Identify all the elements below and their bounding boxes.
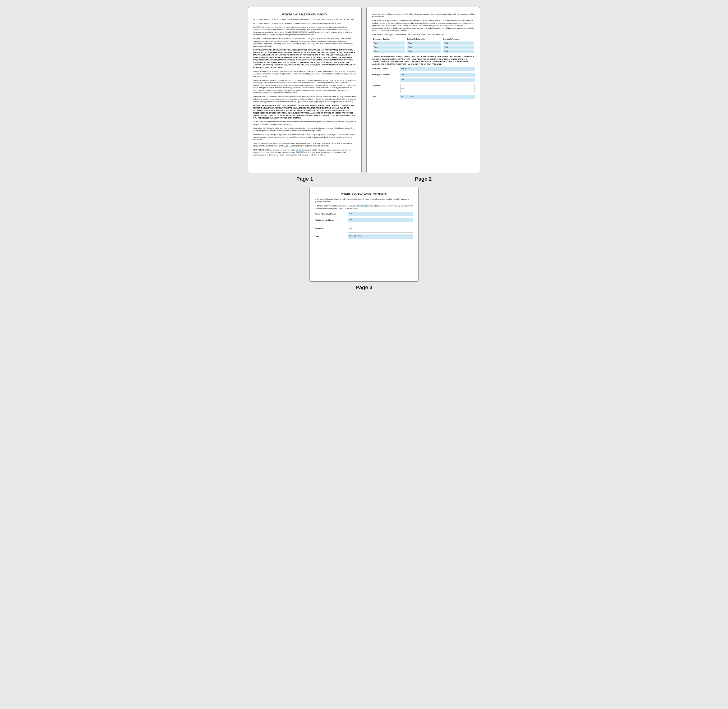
page1-title: WAIVER AND RELEASE OF LIABILITY [253, 13, 356, 16]
page3-wrapper: PARENT / GUARDIAN WAIVER FOR MINORS In t… [310, 187, 418, 290]
emergency-cell[interactable]: Text [406, 45, 442, 49]
page1-paragraph: I AM VOLUNTARILY PARTICIPATING IN THE AF… [253, 49, 356, 69]
page3-intro: In the event that the participant is und… [315, 198, 413, 203]
guardian-name-highlight: Full name [359, 204, 370, 207]
page2-emergency-header: In the event of an emergency, please con… [372, 34, 475, 36]
signature-icon: ✏ [402, 87, 404, 90]
signature-row: Signature: ✏ [372, 84, 475, 93]
emergency-cell[interactable]: Text [442, 49, 475, 53]
relationship-field[interactable]: Text [348, 218, 413, 222]
date-field[interactable]: MM / DD / YYYY [400, 95, 475, 99]
page1-paragraph: I FURTHER ACKNOWLEDGE that Releasees are… [253, 79, 356, 94]
signature-draw-area[interactable]: ✏ [400, 84, 475, 93]
participant-address-row: Participant's Address: Text Text [372, 73, 475, 82]
emergency-table: Emergency Contact Contact Relationship C… [372, 37, 475, 53]
page1-paragraph: In the event that any damage to equipmen… [253, 133, 356, 141]
page3-title: PARENT / GUARDIAN WAIVER FOR MINORS [315, 193, 413, 195]
page1-body: IN CONSIDERATION OF the risk of injury t… [253, 18, 356, 156]
signature-box[interactable]: ✏ [400, 84, 475, 93]
page1-paragraph: I HEREBY, for myself, my heirs, executor… [253, 26, 356, 36]
relationship-label: Relationship to Minor: [315, 219, 348, 221]
affirm-text: I, THE UNDERSIGNED PARTICIPANT, AFFIRM T… [372, 55, 475, 66]
guardian-sig-icon: ✏ [349, 226, 352, 230]
participant-name-row: Participant's Name: Full name [372, 67, 475, 71]
page3-content: PARENT / GUARDIAN WAIVER FOR MINORS In t… [315, 193, 413, 239]
page2-intro: explain the terms of this agreement, but… [372, 13, 475, 18]
col-contact-telephone: Contact Telephone [442, 37, 475, 41]
page1-label: Page 1 [297, 176, 313, 182]
guardian-name-label: Parent / Guardian Name: [315, 213, 348, 215]
emergency-cell[interactable]: Text [406, 41, 442, 45]
page1-paragraph: THIS WAIVER AND RELEASE OF LIABILITY SHA… [253, 143, 356, 147]
emergency-cell[interactable]: Text [442, 41, 475, 45]
page1-wrapper: WAIVER AND RELEASE OF LIABILITY IN CONSI… [248, 7, 362, 182]
guardian-sig-box[interactable]: ✏ [348, 224, 413, 232]
guardian-date-label: Date: [315, 236, 348, 238]
page2-wrapper: explain the terms of this agreement, but… [366, 7, 480, 182]
emergency-cell[interactable]: Text [372, 49, 406, 53]
guardian-sig-row: Signature: ✏ [315, 224, 413, 232]
page1-paragraph: I agree that this Release shall be gover… [253, 127, 356, 132]
emergency-cell[interactable]: Text [442, 45, 475, 49]
page3-box: PARENT / GUARDIAN WAIVER FOR MINORS In t… [310, 187, 418, 282]
page1-paragraph: I HEREBY release and forever discharge T… [253, 38, 356, 47]
page1-paragraph: THIS AGREEMENT was entered into at arm's… [253, 149, 356, 156]
participant-name-value[interactable]: Full name [400, 67, 475, 71]
date-row: Date: MM / DD / YYYY [372, 95, 475, 99]
page2-body: explain the terms of this agreement, but… [372, 13, 475, 99]
page1-paragraph: I FURTHER ACKNOWLEDGE that this Activity… [253, 96, 356, 103]
emergency-cell[interactable]: Text [372, 45, 406, 49]
date-label: Date: [372, 95, 400, 98]
page1-paragraph: I HEREBY ACKNOWLEDGE THAT I HAVE CAREFUL… [253, 104, 356, 119]
page2-provision: In the event that any provision containe… [372, 19, 475, 32]
col-contact-relationship: Contact Relationship [406, 37, 442, 41]
page1-paragraph: IN CONSIDERATION OF the risk of injury t… [253, 18, 356, 21]
page1-paragraph: IN CONSIDERATION OF my desire to partici… [253, 22, 356, 25]
participant-name-label: Participant's Name: [372, 67, 400, 70]
guardian-sig-label: Signature: [315, 227, 348, 229]
page1-box: WAIVER AND RELEASE OF LIABILITY IN CONSI… [248, 7, 362, 173]
emergency-cell[interactable]: Text [372, 41, 406, 45]
page3-body: In the event that the participant is und… [315, 198, 413, 239]
guardian-name-field[interactable]: Text [348, 212, 413, 216]
participant-address-line1[interactable]: Text [400, 73, 475, 77]
guardian-name-row: Parent / Guardian Name: Text [315, 212, 413, 216]
participant-address-field: Text Text [400, 73, 475, 82]
col-emergency-contact: Emergency Contact [372, 37, 406, 41]
page3-row: PARENT / GUARDIAN WAIVER FOR MINORS In t… [5, 187, 723, 290]
participant-address-label: Participant's Address: [372, 73, 400, 76]
guardian-date-field[interactable]: MM / DD / YYYY [348, 235, 413, 239]
page3-label: Page 3 [356, 284, 373, 290]
guardian-form: Parent / Guardian Name: Text Relationshi… [315, 212, 413, 239]
page2-label: Page 2 [415, 176, 432, 182]
page1-paragraph: I FURTHER AGREE to indemnify, defend and… [253, 70, 356, 78]
guardian-date-row: Date: MM / DD / YYYY [315, 235, 413, 239]
page1-paragraph: To the extent that statute or case law d… [253, 121, 356, 125]
page2-box: explain the terms of this agreement, but… [366, 7, 480, 173]
emergency-cell[interactable]: Text [406, 49, 442, 53]
certify-paragraph: I HEREBY CERTIFY that I am the parent or… [315, 205, 413, 210]
participant-address-line2[interactable]: Text [400, 78, 475, 82]
signature-label: Signature: [372, 84, 400, 87]
date-field-wrapper[interactable]: MM / DD / YYYY [400, 95, 475, 99]
participant-name-field[interactable]: Full name [400, 67, 475, 71]
relationship-row: Relationship to Minor: Text [315, 218, 413, 222]
